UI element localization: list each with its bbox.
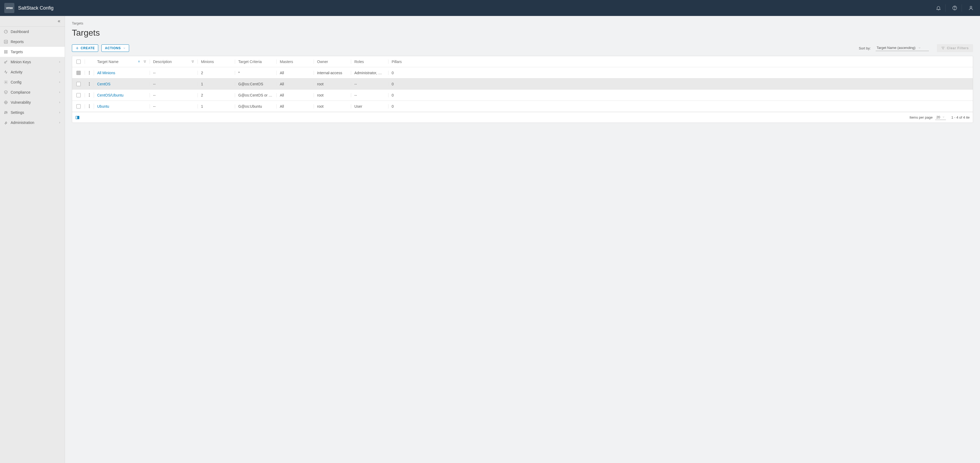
sidebar-item-label: Compliance (11, 90, 56, 94)
row-actions-cell (85, 81, 94, 87)
chevron-right-icon (58, 71, 61, 73)
sidebar-item-reports[interactable]: Reports (0, 37, 65, 47)
description-cell: -- (150, 71, 198, 75)
table-footer: Items per page 20 1 - 4 of 4 ite (72, 112, 973, 123)
row-checkbox[interactable] (76, 82, 81, 86)
svg-point-9 (5, 62, 6, 63)
chevron-right-icon (58, 91, 61, 94)
sidebar-item-label: Administration (11, 121, 56, 125)
create-button[interactable]: Create (72, 44, 98, 52)
shield-icon (4, 90, 8, 94)
description-cell: -- (150, 104, 198, 108)
sidebar-item-activity[interactable]: Activity (0, 67, 65, 77)
sidebar-item-minion-keys[interactable]: Minion Keys (0, 57, 65, 67)
row-actions-cell (85, 70, 94, 76)
svg-rect-17 (78, 116, 79, 119)
sidebar-item-administration[interactable]: Administration (0, 117, 65, 128)
collapse-sidebar-button[interactable] (0, 16, 65, 27)
sort-select[interactable]: Target Name (ascending) (876, 45, 929, 51)
actions-button[interactable]: Actions (102, 44, 129, 52)
gear-icon (4, 80, 8, 84)
kebab-icon[interactable] (88, 81, 91, 87)
sort-asc-icon[interactable] (137, 60, 140, 63)
column-header-owner[interactable]: Owner (314, 60, 351, 64)
sidebar-item-label: Config (11, 80, 56, 84)
row-checkbox[interactable] (76, 104, 81, 108)
actions-button-label: Actions (105, 46, 121, 50)
sidebar-item-compliance[interactable]: Compliance (0, 87, 65, 97)
toolbar: Create Actions Sort by: Target Name (asc… (72, 44, 973, 52)
target-name-link[interactable]: All Minions (97, 71, 115, 75)
help-icon[interactable] (950, 3, 959, 13)
pagination-range: 1 - 4 of 4 ite (951, 116, 970, 119)
key-icon (4, 60, 8, 64)
column-header-description[interactable]: Description (150, 60, 198, 64)
chevron-right-icon (58, 111, 61, 114)
column-header-pillars[interactable]: Pillars (388, 60, 415, 64)
roles-cell: -- (351, 82, 388, 86)
sidebar-item-targets[interactable]: Targets (0, 47, 65, 57)
svg-rect-6 (6, 51, 7, 52)
table-row[interactable]: CentOS--1G@os:CentOSAllroot--0 (72, 78, 973, 90)
target-name-cell: Ubuntu (94, 104, 150, 108)
svg-rect-5 (5, 51, 6, 52)
target-name-link[interactable]: CentOS (97, 82, 110, 86)
kebab-icon[interactable] (88, 103, 91, 109)
clear-filters-label: Clear Filters (947, 46, 969, 50)
column-header-roles[interactable]: Roles (351, 60, 388, 64)
row-checkbox[interactable] (76, 93, 81, 97)
target-name-link[interactable]: Ubuntu (97, 104, 109, 108)
filter-icon (941, 46, 945, 50)
items-per-page-select[interactable]: 20 (935, 115, 946, 120)
filter-icon[interactable] (191, 60, 194, 63)
table-row[interactable]: Ubuntu--1G@os:UbuntuAllrootUser0 (72, 101, 973, 112)
column-header-minions[interactable]: Minions (198, 60, 235, 64)
masters-cell: All (277, 104, 314, 108)
roles-cell: Administrator, … (351, 71, 388, 75)
column-picker-icon[interactable] (75, 116, 80, 120)
sidebar-item-label: Targets (11, 50, 61, 54)
criteria-cell: G@os:CentOS or … (235, 93, 277, 97)
brand-logo: vmw (4, 3, 14, 13)
table-row[interactable]: CentOS/Ubuntu--2G@os:CentOS or …Allroot-… (72, 90, 973, 101)
user-icon[interactable] (966, 3, 976, 13)
owner-cell: root (314, 104, 351, 108)
pillars-cell: 0 (388, 82, 415, 86)
main-content: Targets Targets Create Actions Sort by: (65, 16, 980, 463)
svg-point-10 (5, 82, 6, 83)
chevron-right-icon (58, 81, 61, 84)
app-header: vmw SaltStack Config (0, 0, 980, 16)
notifications-icon[interactable] (934, 3, 943, 13)
pillars-cell: 0 (388, 71, 415, 75)
roles-cell: User (351, 104, 388, 108)
pillars-cell: 0 (388, 104, 415, 108)
owner-cell: internal-access (314, 71, 351, 75)
table-row[interactable]: All Minions--2*Allinternal-accessAdminis… (72, 67, 973, 78)
grid-icon (4, 50, 8, 54)
sidebar-item-dashboard[interactable]: Dashboard (0, 27, 65, 37)
sidebar-item-settings[interactable]: Settings (0, 108, 65, 117)
kebab-icon[interactable] (88, 92, 91, 98)
row-select-cell (72, 82, 85, 86)
barchart-icon (4, 40, 8, 44)
select-all-checkbox[interactable] (76, 60, 81, 64)
sort-select-value: Target Name (ascending) (877, 46, 916, 50)
row-select-cell (72, 71, 85, 75)
svg-point-11 (5, 101, 8, 104)
plus-icon (75, 46, 79, 50)
svg-rect-8 (6, 52, 7, 53)
column-header-name[interactable]: Target Name (94, 60, 150, 64)
kebab-icon[interactable] (88, 70, 91, 76)
column-header-criteria[interactable]: Target Criteria (235, 60, 277, 64)
sidebar-item-config[interactable]: Config (0, 77, 65, 87)
description-cell: -- (150, 82, 198, 86)
minions-cell: 2 (198, 71, 235, 75)
sidebar-item-label: Activity (11, 70, 56, 74)
sidebar-item-vulnerability[interactable]: Vulnerability (0, 97, 65, 108)
row-actions-cell (85, 103, 94, 109)
target-name-link[interactable]: CentOS/Ubuntu (97, 93, 124, 97)
column-header-masters[interactable]: Masters (277, 60, 314, 64)
masters-cell: All (277, 82, 314, 86)
chevron-down-icon (918, 46, 921, 49)
filter-icon[interactable] (143, 60, 146, 63)
